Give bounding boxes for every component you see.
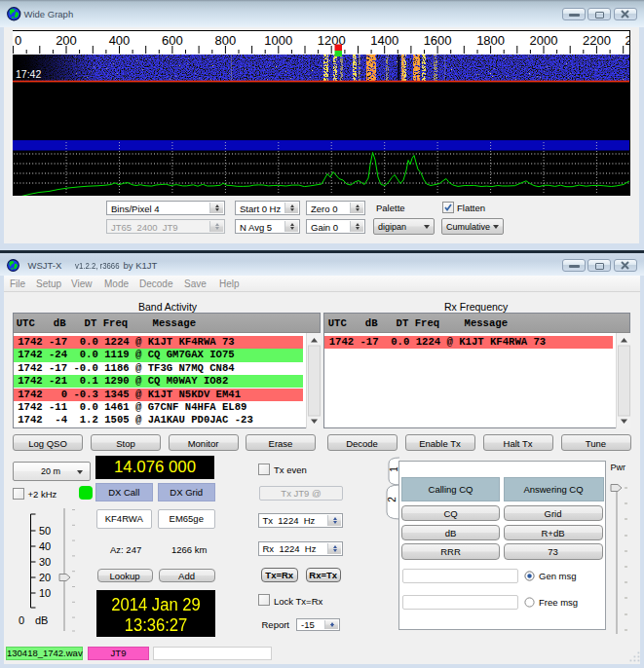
- svg-text:600: 600: [162, 33, 183, 48]
- svg-text:dB: dB: [35, 614, 48, 626]
- svg-text:2200: 2200: [583, 33, 611, 48]
- svg-text:2000: 2000: [530, 33, 558, 48]
- svg-text:2400: 2400: [625, 33, 630, 48]
- svg-text:200: 200: [56, 33, 77, 48]
- svg-text:1400: 1400: [370, 33, 398, 48]
- svg-text:17:42: 17:42: [16, 68, 41, 80]
- svg-text:20: 20: [39, 572, 51, 583]
- svg-text:800: 800: [215, 33, 237, 48]
- svg-text:30: 30: [39, 556, 51, 568]
- svg-text:40: 40: [39, 540, 51, 552]
- svg-text:2: 2: [387, 497, 398, 502]
- svg-text:400: 400: [109, 33, 131, 48]
- svg-text:1600: 1600: [424, 33, 452, 48]
- svg-text:0: 0: [19, 614, 24, 626]
- svg-text:0: 0: [15, 33, 21, 48]
- svg-text:1800: 1800: [476, 33, 505, 48]
- svg-text:50: 50: [39, 525, 51, 537]
- svg-text:10: 10: [39, 587, 51, 599]
- svg-text:1000: 1000: [264, 33, 292, 48]
